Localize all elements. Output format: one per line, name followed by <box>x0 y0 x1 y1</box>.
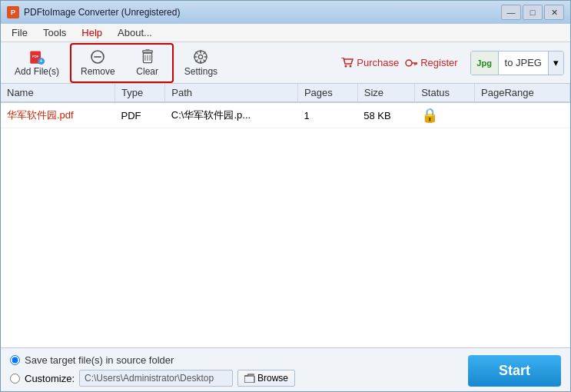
browse-button[interactable]: Browse <box>237 370 295 387</box>
file-table: Name Type Path Pages Size Status PageRan… <box>1 84 570 128</box>
format-icon: Jpg <box>471 51 499 75</box>
main-content: Name Type Path Pages Size Status PageRan… <box>1 84 570 392</box>
cell-pagerange <box>475 102 570 128</box>
add-files-button[interactable]: PDF + Add File(s) <box>7 46 67 80</box>
start-button[interactable]: Start <box>468 355 561 387</box>
save-options: Save target file(s) in source folder Cus… <box>10 354 295 387</box>
cell-size: 58 KB <box>357 102 414 128</box>
key-icon <box>405 58 417 68</box>
browse-label: Browse <box>257 373 288 384</box>
svg-point-13 <box>199 55 203 58</box>
format-selector[interactable]: Jpg to JPEG ▾ <box>470 51 564 75</box>
col-pages: Pages <box>297 84 357 102</box>
svg-line-20 <box>204 52 205 54</box>
save-source-row: Save target file(s) in source folder <box>10 354 295 366</box>
remove-button[interactable]: Remove <box>73 46 123 80</box>
save-source-radio[interactable] <box>10 355 20 365</box>
svg-point-22 <box>345 65 347 67</box>
col-pagerange: PageRange <box>475 84 570 102</box>
menu-help[interactable]: Help <box>74 25 110 40</box>
status-lock: 🔒 <box>421 108 438 123</box>
customize-label: Customize: <box>25 373 75 384</box>
svg-rect-28 <box>244 376 254 383</box>
customize-row: Customize: Browse <box>10 370 295 387</box>
cart-icon <box>341 58 354 68</box>
col-path: Path <box>165 84 298 102</box>
remove-icon <box>86 49 109 65</box>
remove-label: Remove <box>81 66 115 77</box>
browse-icon <box>244 374 255 383</box>
register-button[interactable]: Register <box>405 57 457 68</box>
menu-tools[interactable]: Tools <box>35 25 74 40</box>
toolbar: PDF + Add File(s) Remove <box>1 42 570 84</box>
menu-bar: File Tools Help About... <box>1 24 570 42</box>
close-button[interactable]: ✕ <box>544 5 564 20</box>
top-right-actions: Purchase Register Jpg to JPEG ▾ <box>341 51 564 75</box>
bottom-bar: Save target file(s) in source folder Cus… <box>1 347 570 392</box>
add-files-label: Add File(s) <box>15 66 59 77</box>
col-status: Status <box>415 84 475 102</box>
app-icon: P <box>7 6 19 18</box>
settings-icon <box>189 49 212 65</box>
save-source-label: Save target file(s) in source folder <box>25 354 174 366</box>
window-title: PDFtoImage Converter (Unregistered) <box>24 7 501 18</box>
svg-point-24 <box>406 60 412 66</box>
svg-text:+: + <box>40 58 43 64</box>
register-label: Register <box>420 57 457 68</box>
menu-about[interactable]: About... <box>110 25 160 40</box>
cell-name: 华军软件园.pdf <box>1 102 115 128</box>
cell-pages: 1 <box>297 102 357 128</box>
col-size: Size <box>357 84 414 102</box>
path-input[interactable] <box>79 370 233 387</box>
col-type: Type <box>115 84 165 102</box>
window-controls: — □ ✕ <box>501 5 564 20</box>
bottom-row: Save target file(s) in source folder Cus… <box>10 354 561 387</box>
cell-path: C:\华军软件园.p... <box>165 102 298 128</box>
format-text: to JPEG <box>499 57 548 68</box>
format-dropdown-arrow[interactable]: ▾ <box>548 51 563 75</box>
svg-line-18 <box>196 52 198 54</box>
svg-line-19 <box>204 60 205 61</box>
remove-clear-group: Remove Clear <box>70 43 174 83</box>
purchase-button[interactable]: Purchase <box>341 57 399 68</box>
purchase-label: Purchase <box>357 57 399 68</box>
file-list[interactable]: Name Type Path Pages Size Status PageRan… <box>1 84 570 347</box>
title-bar: P PDFtoImage Converter (Unregistered) — … <box>1 1 570 24</box>
customize-radio[interactable] <box>10 374 20 384</box>
settings-label: Settings <box>184 66 217 77</box>
maximize-button[interactable]: □ <box>523 5 543 20</box>
svg-text:PDF: PDF <box>32 55 39 58</box>
settings-button[interactable]: Settings <box>177 46 225 80</box>
clear-icon <box>136 49 159 65</box>
add-files-icon: PDF + <box>25 49 49 65</box>
cell-status: 🔒 <box>415 102 475 128</box>
svg-rect-6 <box>142 50 152 52</box>
clear-button[interactable]: Clear <box>124 46 171 80</box>
minimize-button[interactable]: — <box>501 5 521 20</box>
svg-point-23 <box>350 65 352 67</box>
cell-type: PDF <box>115 102 165 128</box>
col-name: Name <box>1 84 115 102</box>
clear-label: Clear <box>136 66 158 77</box>
table-header: Name Type Path Pages Size Status PageRan… <box>1 84 570 102</box>
table-row[interactable]: 华军软件园.pdf PDF C:\华军软件园.p... 1 58 KB 🔒 <box>1 102 570 128</box>
svg-line-21 <box>196 60 198 61</box>
menu-file[interactable]: File <box>4 25 35 40</box>
